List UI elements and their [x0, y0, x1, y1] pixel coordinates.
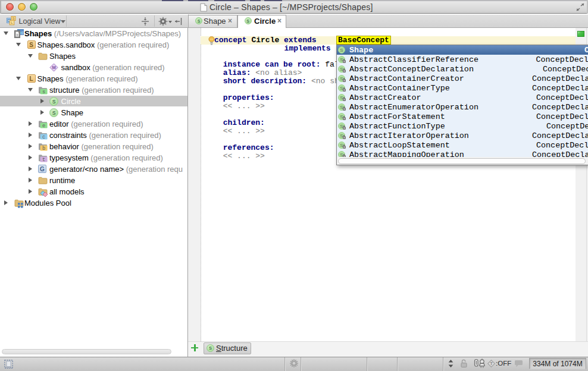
svg-text:t: t [42, 156, 45, 162]
svg-text:s: s [42, 89, 45, 94]
svg-text:c: c [42, 134, 45, 139]
svg-text:b: b [42, 145, 45, 150]
svg-text:M: M [52, 65, 55, 70]
svg-text:T: T [490, 361, 493, 366]
svg-text:S: S [12, 17, 15, 20]
svg-text:e: e [42, 122, 45, 128]
